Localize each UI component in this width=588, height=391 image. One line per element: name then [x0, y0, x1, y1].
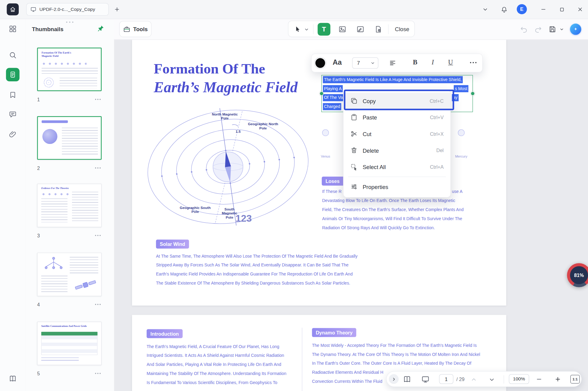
tools-label: Tools	[133, 26, 148, 32]
thumb5-title: Satellite Communications And Power Grids	[41, 325, 88, 328]
actual-size-button[interactable]: 1:1	[570, 375, 580, 384]
chevron-down-icon	[304, 27, 309, 32]
chevron-down-icon	[560, 27, 564, 31]
bold-button[interactable]: B	[413, 58, 417, 66]
link-page-icon	[374, 25, 382, 33]
top-toolbar: Tools T Close	[114, 19, 588, 40]
ai-assistant-button[interactable]	[570, 23, 581, 34]
page-layout-button[interactable]	[403, 375, 412, 384]
menu-item-label: Select All	[363, 164, 386, 170]
tools-button[interactable]: Tools	[119, 21, 152, 37]
tabs-dropdown-button[interactable]	[481, 5, 490, 14]
thumb1-text-placeholder	[42, 68, 98, 74]
text-tool-button[interactable]: T	[318, 23, 330, 36]
menu-item-shortcut: Del	[436, 148, 443, 153]
apps-grid-button[interactable]	[9, 25, 17, 33]
next-page-button[interactable]	[488, 376, 495, 383]
planet-venus	[322, 129, 329, 136]
reader-mode-button[interactable]	[9, 375, 17, 383]
document-tab[interactable]: UPDF-2.0-c..._Copy_Copy	[26, 3, 109, 16]
context-menu-item-properties[interactable]: Properties	[344, 178, 450, 195]
maximize-button[interactable]	[557, 5, 566, 14]
thumb3-dots-placeholder	[41, 192, 71, 196]
select-tool-dropdown[interactable]	[303, 23, 310, 36]
zoom-out-button[interactable]	[536, 376, 542, 383]
comment-icon	[9, 110, 17, 119]
menu-item-label: Copy	[363, 98, 376, 104]
page1-title-line1: Formation Of The	[154, 60, 265, 77]
context-menu-item-delete[interactable]: Delete Del	[344, 142, 450, 159]
thumb4-number: 4	[37, 301, 40, 307]
page-number-input[interactable]	[439, 374, 453, 384]
thumb2-meta: 2	[37, 165, 102, 171]
attachments-button[interactable]	[9, 130, 17, 138]
planet-label-venus: Venus	[314, 155, 337, 158]
zoom-in-button[interactable]	[555, 376, 561, 383]
text-color-swatch[interactable]	[315, 58, 325, 68]
new-tab-button[interactable]	[113, 5, 122, 14]
pin-panel-button[interactable]	[97, 25, 104, 32]
thumbnails-panel-title: Thumbnails	[32, 26, 63, 32]
context-menu-item-paste[interactable]: Paste Ctrl+V	[344, 109, 450, 126]
paragraph-line: And Solar Particles, Playing A Vital Rol…	[147, 362, 281, 367]
thumb3-menu-button[interactable]	[94, 234, 102, 237]
bookmarks-button[interactable]	[9, 91, 17, 99]
dots-icon	[469, 61, 477, 64]
plus-icon	[114, 6, 120, 12]
thumb4-menu-button[interactable]	[94, 303, 102, 306]
thumb1-menu-button[interactable]	[94, 98, 102, 101]
thumbnails-panel-handle[interactable]	[64, 20, 75, 24]
previous-page-button[interactable]	[471, 376, 477, 383]
zoom-level-box[interactable]: 100%	[509, 374, 529, 384]
italic-button[interactable]: I	[432, 58, 434, 66]
close-window-button[interactable]	[576, 5, 585, 14]
presentation-mode-button[interactable]	[421, 375, 430, 384]
undo-button[interactable]	[520, 25, 528, 33]
thumbnail-page-5[interactable]: Satellite Communications And Power Grids	[37, 322, 102, 365]
thumbnail-page-2[interactable]	[37, 116, 102, 160]
context-menu-item-select-all[interactable]: Select All Ctrl+A	[344, 158, 450, 175]
selection-handle-left[interactable]	[319, 92, 324, 96]
link-tool-button[interactable]	[372, 23, 385, 36]
save-dropdown[interactable]	[560, 27, 564, 31]
reader-mode-icon	[9, 375, 17, 383]
menu-item-shortcut: Ctrl+V	[430, 115, 443, 120]
search-icon	[9, 51, 17, 59]
paragraph-line: The Stable Existence Of The Atmosphere B…	[156, 281, 350, 285]
font-size-select[interactable]: 7	[352, 57, 378, 69]
thumb3-meta: 3	[37, 233, 102, 239]
selection-handle-right[interactable]	[471, 92, 475, 96]
save-button[interactable]	[548, 25, 557, 33]
thumb5-menu-button[interactable]	[94, 372, 102, 375]
home-button[interactable]	[7, 3, 19, 15]
align-button[interactable]	[389, 59, 397, 67]
close-edit-button[interactable]: Close	[395, 21, 410, 37]
thumbnail-page-1[interactable]: Formation Of The Earth's Magnetic Field	[37, 47, 102, 91]
paragraph-line: In The Earth's Outer Core. The Outer Cor…	[312, 361, 472, 366]
underline-button[interactable]: U	[448, 58, 453, 66]
select-tool-button[interactable]	[291, 23, 304, 36]
select-all-icon	[350, 163, 358, 171]
search-button[interactable]	[9, 51, 17, 59]
progress-widget[interactable]: 81%	[567, 263, 588, 287]
minimize-button[interactable]	[539, 5, 548, 14]
thumb2-menu-button[interactable]	[94, 166, 102, 169]
expand-panel-button[interactable]	[389, 374, 399, 384]
context-menu-item-cut[interactable]: Cut Ctrl+X	[344, 125, 450, 142]
selected-text-line: s Most	[454, 85, 469, 92]
thumbnails-tab-button[interactable]	[6, 68, 20, 81]
context-menu-item-copy[interactable]: Copy Ctrl+C	[344, 93, 450, 109]
more-format-button[interactable]	[469, 61, 477, 64]
font-family-button[interactable]: Aa	[333, 58, 342, 67]
thumbnail-page-4[interactable]	[37, 253, 102, 296]
account-avatar[interactable]: E	[517, 4, 527, 14]
image-tool-button[interactable]	[336, 23, 349, 36]
notifications-button[interactable]	[499, 5, 508, 14]
redo-button[interactable]	[534, 25, 542, 33]
grid-icon	[9, 25, 17, 33]
thumbnail-page-3[interactable]: Evidence For The Theories	[37, 184, 102, 227]
chevron-down-icon	[371, 61, 375, 65]
thumb5-meta: 5	[37, 370, 102, 376]
comments-button[interactable]	[9, 110, 17, 119]
watermark-tool-button[interactable]	[354, 23, 367, 36]
